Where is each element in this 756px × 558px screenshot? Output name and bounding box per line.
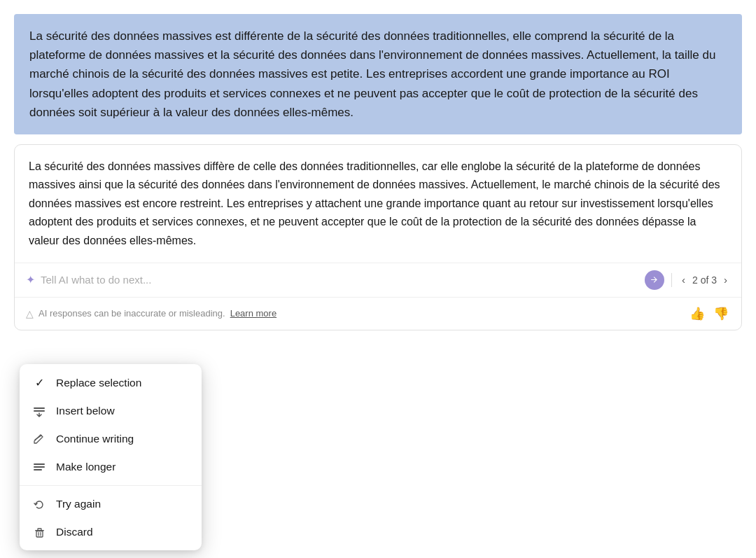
svg-rect-0 [34,407,45,409]
make-longer-icon [32,461,46,473]
thumbs-down-button[interactable]: 👎 [712,305,730,323]
checkmark-icon: ✓ [32,376,46,389]
ai-input-placeholder[interactable]: Tell AI what to do next... [41,274,645,286]
ai-response-text: La sécurité des données massives diffère… [15,145,741,263]
feedback-buttons: 👍 👎 [688,305,730,323]
sparkle-icon: ✦ [26,273,35,286]
thumbs-up-button[interactable]: 👍 [688,305,706,323]
ai-warning-row: △ AI responses can be inaccurate or misl… [15,298,741,330]
nav-counter: 2 of 3 [692,274,717,286]
svg-rect-7 [36,531,43,537]
warning-text: AI responses can be inaccurate or mislea… [38,308,225,319]
insert-below-icon [32,405,46,417]
menu-item-discard[interactable]: Discard [20,518,202,546]
menu-label-insert-below: Insert below [56,405,115,417]
input-right-controls: ‹ 2 of 3 › [645,270,730,290]
try-again-icon [32,498,46,510]
warning-left: △ AI responses can be inaccurate or misl… [26,308,276,319]
menu-item-replace-selection[interactable]: ✓ Replace selection [20,368,202,397]
menu-item-continue-writing[interactable]: Continue writing [20,425,202,453]
menu-item-try-again[interactable]: Try again [20,490,202,518]
svg-rect-4 [34,466,45,468]
nav-next-button[interactable]: › [721,272,730,287]
nav-divider [671,273,672,287]
dropdown-menu: ✓ Replace selection Insert below C [20,364,202,550]
ai-response-panel: La sécurité des données massives diffère… [14,144,742,330]
svg-rect-3 [34,463,45,465]
selected-text-block: La sécurité des données massives est dif… [14,14,742,134]
nav-controls: ‹ 2 of 3 › [679,272,730,287]
learn-more-link[interactable]: Learn more [230,308,276,319]
continue-writing-icon [32,433,46,445]
ai-input-row: ✦ Tell AI what to do next... ‹ 2 of 3 › [15,263,741,298]
menu-section-secondary: Try again Discard [20,486,202,550]
menu-label-make-longer: Make longer [56,461,115,473]
menu-section-actions: ✓ Replace selection Insert below C [20,364,202,486]
nav-prev-button[interactable]: ‹ [679,272,688,287]
menu-label-try-again: Try again [56,498,101,510]
warning-icon: △ [26,308,34,319]
svg-rect-1 [34,410,45,412]
menu-item-insert-below[interactable]: Insert below [20,397,202,425]
menu-item-make-longer[interactable]: Make longer [20,453,202,481]
send-button[interactable] [645,270,664,290]
menu-label-continue-writing: Continue writing [56,433,134,445]
menu-label-discard: Discard [56,526,93,538]
discard-icon [32,526,46,538]
menu-label-replace-selection: Replace selection [56,377,141,389]
svg-rect-5 [34,469,42,470]
